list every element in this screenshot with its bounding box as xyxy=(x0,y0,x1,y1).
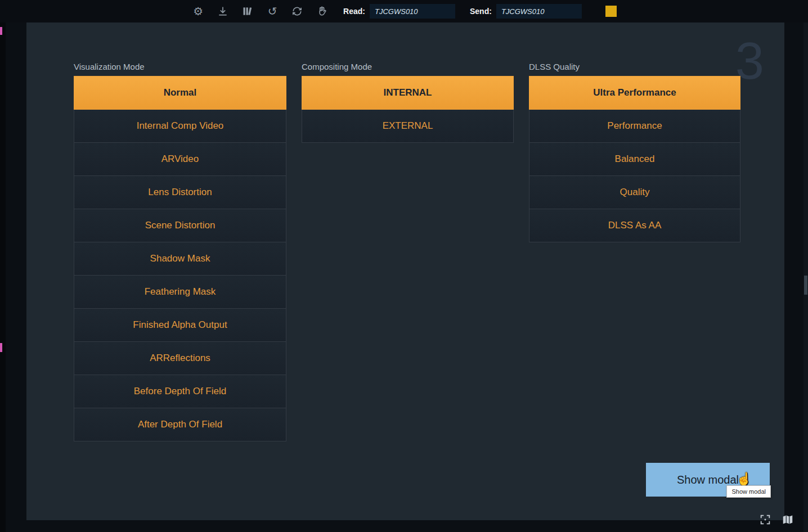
option-groups: Visualization Mode Normal Internal Comp … xyxy=(74,62,740,441)
left-edge-strip xyxy=(0,22,6,532)
corner-icon-group xyxy=(757,512,796,528)
option-shadow-mask[interactable]: Shadow Mask xyxy=(74,242,286,276)
option-internal[interactable]: INTERNAL xyxy=(302,76,514,110)
hand-icon[interactable] xyxy=(315,4,329,18)
group-label: DLSS Quality xyxy=(529,62,740,71)
option-arreflections[interactable]: ARReflections xyxy=(74,341,286,375)
right-edge-strip xyxy=(803,22,808,532)
option-finished-alpha-output[interactable]: Finished Alpha Output xyxy=(74,308,286,342)
main-panel: 3 Visualization Mode Normal Internal Com… xyxy=(26,22,784,520)
map-icon[interactable] xyxy=(780,512,796,528)
option-before-depth-of-field[interactable]: Before Depth Of Field xyxy=(74,375,286,408)
option-lens-distortion[interactable]: Lens Distortion xyxy=(74,175,286,209)
read-field-group: Read: xyxy=(343,4,455,19)
show-modal-tooltip: Show modal xyxy=(726,485,771,498)
option-feathering-mask[interactable]: Feathering Mask xyxy=(74,275,286,309)
left-edge-marker xyxy=(0,27,2,35)
left-edge-marker xyxy=(0,343,2,352)
refresh-icon[interactable] xyxy=(290,4,304,18)
library-icon[interactable] xyxy=(241,4,254,18)
option-internal-comp-video[interactable]: Internal Comp Video xyxy=(74,109,286,143)
group-visualization-mode: Visualization Mode Normal Internal Comp … xyxy=(74,62,286,441)
send-input[interactable] xyxy=(496,4,582,19)
option-performance[interactable]: Performance xyxy=(529,109,740,143)
option-dlss-as-aa[interactable]: DLSS As AA xyxy=(529,209,740,242)
option-after-depth-of-field[interactable]: After Depth Of Field xyxy=(74,408,286,441)
download-icon[interactable] xyxy=(216,4,230,18)
toolbar: ⚙ ↺ Read: xyxy=(0,0,808,22)
toolbar-icon-group: ⚙ ↺ xyxy=(191,4,329,18)
option-normal[interactable]: Normal xyxy=(74,76,286,110)
option-ultra-performance[interactable]: Ultra Performance xyxy=(529,76,740,110)
group-label: Visualization Mode xyxy=(74,62,286,71)
option-external[interactable]: EXTERNAL xyxy=(302,109,514,143)
option-quality[interactable]: Quality xyxy=(529,175,740,209)
option-list: Normal Internal Comp Video ARVideo Lens … xyxy=(74,76,286,441)
fullscreen-icon[interactable] xyxy=(757,512,773,528)
status-indicator[interactable] xyxy=(605,6,617,17)
option-balanced[interactable]: Balanced xyxy=(529,142,740,176)
group-dlss-quality: DLSS Quality Ultra Performance Performan… xyxy=(529,62,740,242)
scrollbar-thumb[interactable] xyxy=(804,276,807,295)
group-compositing-mode: Compositing Mode INTERNAL EXTERNAL xyxy=(302,62,514,143)
option-list: Ultra Performance Performance Balanced Q… xyxy=(529,76,740,242)
option-list: INTERNAL EXTERNAL xyxy=(302,76,514,143)
read-label: Read: xyxy=(343,7,365,16)
send-label: Send: xyxy=(470,7,492,16)
option-scene-distortion[interactable]: Scene Distortion xyxy=(74,209,286,242)
group-label: Compositing Mode xyxy=(302,62,514,71)
read-input[interactable] xyxy=(370,4,455,19)
gear-icon[interactable]: ⚙ xyxy=(191,4,205,18)
send-field-group: Send: xyxy=(470,4,582,19)
history-icon[interactable]: ↺ xyxy=(266,4,279,18)
option-arvideo[interactable]: ARVideo xyxy=(74,142,286,176)
